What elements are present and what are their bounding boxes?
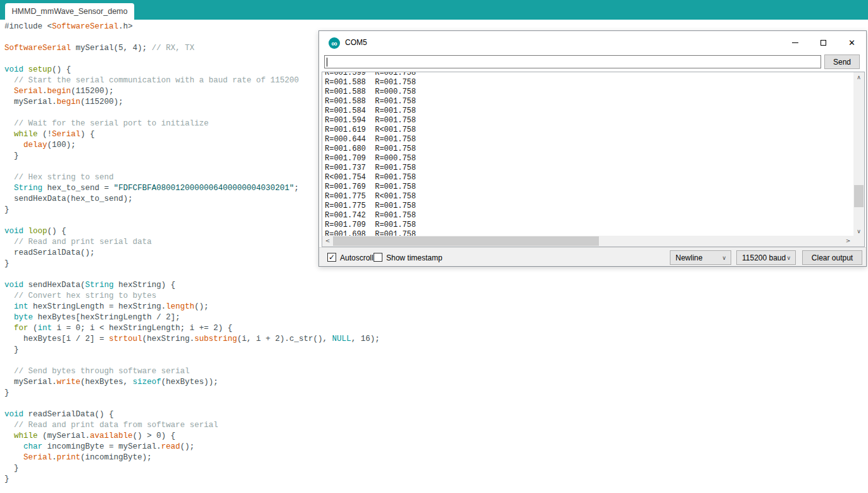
code-line — [4, 269, 380, 280]
serial-input-row: Send — [319, 54, 866, 72]
window-title: COM5 — [345, 38, 367, 47]
maximize-button[interactable] — [809, 31, 838, 54]
code-line: Serial.print(incomingByte); — [4, 452, 380, 463]
serial-output-line: R=001.698 R=001.758 — [325, 230, 853, 236]
clear-output-label: Clear output — [812, 253, 853, 262]
text-caret — [327, 58, 327, 67]
horizontal-scrollbar[interactable]: < > — [322, 236, 853, 246]
code-line: char incomingByte = mySerial.read(); — [4, 442, 380, 452]
editor-tab-bar: HMMD_mmWave_Sensor_demo — [0, 0, 868, 20]
code-line: // Send bytes through software serial — [4, 366, 380, 377]
serial-output-line: R=001.775 R<001.758 — [325, 192, 853, 202]
chevron-down-icon: ∨ — [786, 255, 791, 261]
line-ending-dropdown[interactable]: Newline ∨ — [670, 250, 731, 265]
serial-monitor-bottom-bar: Autoscroll Show timestamp Newline ∨ 1152… — [319, 247, 866, 266]
serial-output-line: R=001.584 R=001.758 — [325, 106, 853, 116]
serial-output-line: R=001.588 R=001.758 — [325, 97, 853, 106]
serial-output-line: R<001.754 R=001.758 — [325, 173, 853, 182]
scroll-right-icon[interactable]: > — [843, 236, 853, 246]
code-line: } — [4, 345, 380, 355]
serial-output-area[interactable]: R=001.599 R=001.758R=001.588 R=001.758R=… — [322, 72, 865, 247]
arduino-logo-icon: ∞ — [329, 37, 340, 49]
serial-output-line: R=001.594 R=001.758 — [325, 116, 853, 125]
serial-output-line: R=000.644 R=001.758 — [325, 135, 853, 144]
serial-output-line: R=001.680 R=001.758 — [325, 144, 853, 154]
serial-output-line: R=001.588 R=000.758 — [325, 87, 853, 97]
code-line: hexBytes[i / 2] = strtoul(hexString.subs… — [4, 334, 380, 345]
baud-rate-dropdown[interactable]: 115200 baud ∨ — [736, 250, 796, 265]
window-controls: ✕ — [781, 31, 866, 54]
scroll-left-icon[interactable]: < — [322, 236, 333, 246]
close-icon: ✕ — [848, 39, 855, 47]
code-line: void sendHexData(String hexString) { — [4, 280, 380, 291]
minimize-icon — [792, 42, 798, 43]
serial-output-line: R=001.599 R=001.758 — [325, 72, 853, 78]
code-line: // Read and print data from software ser… — [4, 420, 380, 431]
baud-rate-value: 115200 baud — [742, 253, 786, 262]
scroll-up-icon[interactable]: ∧ — [853, 72, 864, 83]
vertical-scrollbar[interactable]: ∧ ∨ — [853, 72, 864, 237]
clear-output-button[interactable]: Clear output — [802, 250, 862, 265]
minimize-button[interactable] — [781, 31, 809, 54]
serial-output-line: R=001.709 R=000.758 — [325, 154, 853, 163]
autoscroll-label: Autoscroll — [340, 253, 374, 262]
code-line — [4, 399, 380, 409]
serial-input-field[interactable] — [324, 55, 821, 68]
code-line — [4, 355, 380, 366]
send-button-label: Send — [833, 58, 851, 67]
serial-monitor-window: ∞ COM5 ✕ Send R=001.599 R=001.758R=001.5… — [318, 30, 867, 267]
serial-output-line: R=001.588 R=001.758 — [325, 78, 853, 87]
maximize-icon — [821, 40, 826, 46]
line-ending-value: Newline — [676, 253, 703, 262]
code-line: } — [4, 474, 380, 485]
code-line: } — [4, 463, 380, 474]
serial-output-line: R=001.709 R=001.758 — [325, 221, 853, 230]
serial-output-text: R=001.599 R=001.758R=001.588 R=001.758R=… — [325, 72, 853, 236]
show-timestamp-label: Show timestamp — [386, 253, 443, 262]
send-button[interactable]: Send — [824, 54, 860, 69]
serial-output-line: R=001.619 R<001.758 — [325, 125, 853, 135]
serial-output-line: R=001.742 R=001.758 — [325, 211, 853, 221]
horizontal-scrollbar-thumb[interactable] — [333, 236, 599, 246]
code-line: // Convert hex string to bytes — [4, 291, 380, 302]
code-line: while (mySerial.available() > 0) { — [4, 431, 380, 442]
show-timestamp-checkbox[interactable] — [374, 253, 382, 262]
sketch-tab-label: HMMD_mmWave_Sensor_demo — [12, 7, 128, 16]
sketch-tab[interactable]: HMMD_mmWave_Sensor_demo — [5, 3, 134, 20]
scrollbar-corner — [853, 236, 864, 246]
vertical-scrollbar-thumb[interactable] — [854, 185, 864, 207]
serial-monitor-titlebar[interactable]: ∞ COM5 ✕ — [319, 31, 866, 54]
code-line: mySerial.write(hexBytes, sizeof(hexBytes… — [4, 377, 380, 388]
code-line: for (int i = 0; i < hexStringLength; i +… — [4, 323, 380, 334]
code-line: int hexStringLength = hexString.length()… — [4, 302, 380, 312]
chevron-down-icon: ∨ — [722, 255, 726, 261]
autoscroll-checkbox[interactable] — [327, 253, 336, 262]
serial-output-line: R=001.775 R=001.758 — [325, 202, 853, 211]
code-line: void readSerialData() { — [4, 409, 380, 420]
serial-output-line: R=001.737 R=001.758 — [325, 163, 853, 173]
code-line: } — [4, 388, 380, 399]
close-button[interactable]: ✕ — [838, 31, 866, 54]
serial-output-line: R=001.769 R=001.758 — [325, 182, 853, 192]
code-line: byte hexBytes[hexStringLength / 2]; — [4, 312, 380, 323]
